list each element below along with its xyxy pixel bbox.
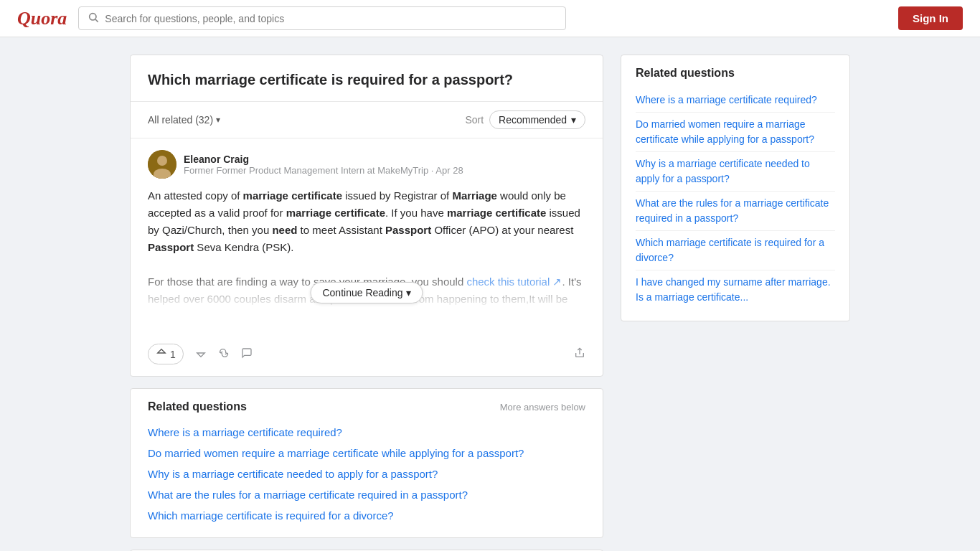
author-name: Eleanor Craig bbox=[184, 154, 463, 165]
quora-logo[interactable]: Quora bbox=[17, 8, 67, 29]
question-header: Which marriage certificate is required f… bbox=[131, 55, 603, 102]
more-answers-label: More answers below bbox=[500, 402, 585, 413]
header: Quora Sign In bbox=[0, 0, 980, 37]
chevron-down-icon: ▾ bbox=[216, 115, 220, 125]
answer-block: Eleanor Craig Former Former Product Mana… bbox=[131, 138, 603, 376]
search-input[interactable] bbox=[105, 13, 557, 24]
share-button[interactable] bbox=[574, 347, 585, 361]
related-inline-title: Related questions bbox=[148, 400, 247, 413]
author-info: Eleanor Craig Former Former Product Mana… bbox=[184, 154, 463, 176]
author-meta: Former Former Product Management Intern … bbox=[184, 165, 463, 176]
question-card: Which marriage certificate is required f… bbox=[130, 55, 603, 377]
answer-text-container: An attested copy of marriage certificate… bbox=[148, 187, 585, 309]
svg-point-0 bbox=[90, 14, 96, 20]
repost-icon bbox=[218, 347, 230, 361]
header-right: Sign In bbox=[898, 6, 963, 30]
sidebar: Related questions Where is a marriage ce… bbox=[621, 55, 850, 551]
related-link-4[interactable]: What are the rules for a marriage certif… bbox=[148, 484, 585, 505]
comment-button[interactable] bbox=[241, 347, 253, 361]
upvote-button[interactable]: 1 bbox=[148, 344, 184, 364]
all-related-toggle[interactable]: All related (32) ▾ bbox=[148, 114, 220, 126]
sign-in-button[interactable]: Sign In bbox=[898, 6, 963, 30]
sidebar-link-4[interactable]: What are the rules for a marriage certif… bbox=[636, 192, 835, 231]
related-inline-header: Related questions More answers below bbox=[148, 400, 585, 413]
sidebar-link-2[interactable]: Do married women require a marriage cert… bbox=[636, 113, 835, 152]
search-icon bbox=[88, 11, 99, 25]
repost-button[interactable] bbox=[218, 347, 230, 361]
related-link-1[interactable]: Where is a marriage certificate required… bbox=[148, 422, 585, 443]
search-bar bbox=[78, 6, 566, 30]
page-body: Which marriage certificate is required f… bbox=[60, 37, 920, 551]
continue-reading-button[interactable]: Continue Reading ▾ bbox=[310, 282, 423, 303]
sidebar-title: Related questions bbox=[636, 67, 835, 80]
avatar bbox=[148, 150, 176, 179]
related-link-5[interactable]: Which marriage certificate is required f… bbox=[148, 505, 585, 526]
downvote-icon bbox=[195, 347, 207, 361]
svg-line-1 bbox=[95, 19, 98, 22]
upvote-icon bbox=[156, 347, 167, 361]
sidebar-link-5[interactable]: Which marriage certificate is required f… bbox=[636, 231, 835, 270]
answer-actions: 1 bbox=[148, 338, 585, 364]
sort-dropdown[interactable]: Recommended ▾ bbox=[489, 110, 585, 129]
chevron-down-icon: ▾ bbox=[406, 287, 411, 298]
sidebar-link-3[interactable]: Why is a marriage certificate needed to … bbox=[636, 152, 835, 192]
upvote-count: 1 bbox=[170, 349, 176, 360]
sort-label: Sort bbox=[465, 114, 484, 126]
main-content: Which marriage certificate is required f… bbox=[130, 55, 603, 551]
recommended-label: Recommended bbox=[499, 114, 567, 126]
svg-point-3 bbox=[157, 156, 167, 166]
sidebar-link-1[interactable]: Where is a marriage certificate required… bbox=[636, 88, 835, 113]
tutorial-link[interactable]: check this tutorial ↗ bbox=[466, 276, 562, 288]
answer-author: Eleanor Craig Former Former Product Mana… bbox=[148, 150, 585, 179]
sidebar-link-6[interactable]: I have changed my surname after marriage… bbox=[636, 270, 835, 309]
related-inline-card: Related questions More answers below Whe… bbox=[130, 388, 603, 538]
related-link-2[interactable]: Do married women require a marriage cert… bbox=[148, 443, 585, 463]
question-title: Which marriage certificate is required f… bbox=[148, 70, 585, 90]
answers-meta-bar: All related (32) ▾ Sort Recommended ▾ bbox=[131, 102, 603, 138]
share-icon bbox=[574, 347, 585, 361]
comment-icon bbox=[241, 347, 253, 361]
downvote-button[interactable] bbox=[195, 347, 207, 361]
all-related-label: All related (32) bbox=[148, 114, 213, 126]
sidebar-card: Related questions Where is a marriage ce… bbox=[621, 55, 850, 321]
related-link-3[interactable]: Why is a marriage certificate needed to … bbox=[148, 463, 585, 484]
sort-chevron-icon: ▾ bbox=[571, 114, 576, 126]
sort-area: Sort Recommended ▾ bbox=[465, 110, 585, 129]
